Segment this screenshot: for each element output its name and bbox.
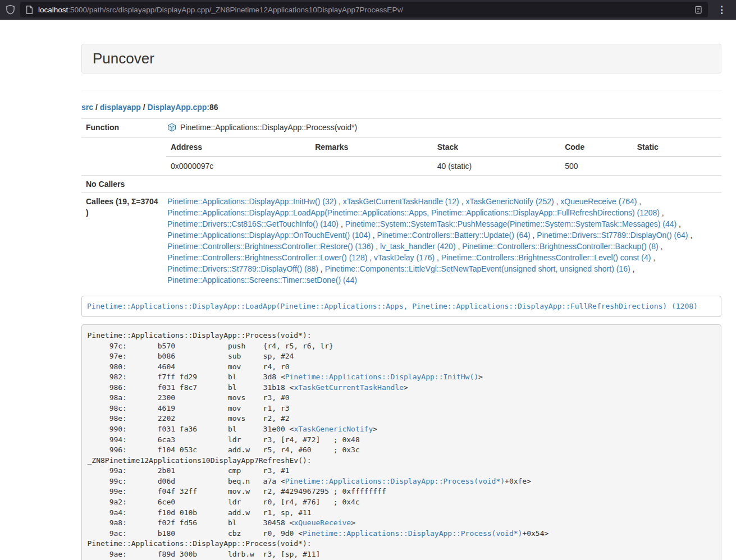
breadcrumb-src[interactable]: src: [81, 103, 93, 112]
metrics-cell: Address Remarks Stack Code Static 0x0000…: [163, 137, 721, 175]
callee-link[interactable]: Pinetime::Drivers::St7789::DisplayOn() (…: [537, 231, 688, 240]
callee-link[interactable]: vTaskDelay (176): [374, 253, 435, 262]
function-table: Function Pinetime::Applications::Display…: [81, 118, 721, 288]
text-segment: 9a8: f02f fd56 bl 30458 <: [88, 518, 294, 527]
remarks-value: [310, 157, 433, 175]
text-segment: Pinetime::Applications::DisplayApp::Proc…: [88, 539, 312, 548]
callees-list: Pinetime::Applications::DisplayApp::Init…: [163, 192, 721, 288]
text-segment: 98c: 4619 mov r1, r3: [88, 404, 290, 412]
text-segment: +0x54>: [522, 529, 548, 538]
text-segment: ,: [531, 231, 537, 240]
callee-link[interactable]: xTaskGetCurrentTaskHandle (12): [343, 197, 459, 206]
callee-link[interactable]: Pinetime::Controllers::BrightnessControl…: [462, 242, 658, 251]
text-segment: ,: [660, 208, 664, 217]
callee-link[interactable]: lv_task_handler (420): [380, 242, 456, 251]
page-info-icon[interactable]: [26, 6, 33, 14]
callee-link[interactable]: Pinetime::System::SystemTask::PushMessag…: [345, 219, 677, 228]
stack-value: 40 (static): [433, 157, 560, 175]
text-segment: 9a2: 6ce0 ldr r0, [r4, #76] ; 0x4c: [88, 498, 360, 506]
callee-link[interactable]: Pinetime::Components::LittleVgl::SetNewT…: [325, 264, 630, 273]
page-title-box: Puncover: [81, 44, 721, 74]
text-segment: ,: [339, 219, 345, 228]
callers-row: No Callers: [81, 175, 721, 192]
highlighted-symbol-link[interactable]: Pinetime::Applications::DisplayApp::Load…: [87, 302, 698, 310]
browser-toolbar: localhost:5000/path/src/displayapp/Displ…: [0, 0, 736, 20]
page-content: Puncover src / displayapp / DisplayApp.c…: [81, 20, 721, 560]
metrics-header-row: Address Remarks Stack Code Static: [166, 138, 721, 157]
asm-symbol-link[interactable]: xTaskGetCurrentTaskHandle: [294, 383, 404, 392]
callee-link[interactable]: xTaskGenericNotify (252): [465, 197, 554, 206]
text-segment: 996: f104 053c add.w r5, r4, #60 ; 0x3c: [88, 446, 360, 454]
highlighted-symbol-box: Pinetime::Applications::DisplayApp::Load…: [81, 296, 721, 318]
asm-symbol-link[interactable]: Pinetime::Applications::DisplayApp::Proc…: [285, 477, 505, 485]
text-segment: >: [478, 373, 483, 381]
text-segment: 99c: d06d beq.n a7a <: [88, 477, 285, 485]
text-segment: 994: 6ca3 ldr r3, [r4, #72] ; 0x48: [88, 435, 360, 444]
text-segment: 97e: b086 sub sp, #24: [88, 352, 294, 360]
text-segment: >: [351, 518, 355, 527]
url-bar[interactable]: localhost:5000/path/src/displayapp/Displ…: [20, 2, 708, 17]
callee-link[interactable]: xQueueReceive (764): [560, 197, 637, 206]
asm-symbol-link[interactable]: Pinetime::Applications::DisplayApp::Proc…: [303, 529, 522, 538]
text-segment: ,: [456, 242, 463, 251]
text-segment: ,: [659, 242, 663, 251]
callee-link[interactable]: Pinetime::Applications::Screens::Timer::…: [167, 276, 357, 284]
text-segment: 9ac: b180 cbz r0, 9d0 <: [88, 529, 303, 538]
text-segment: ,: [637, 197, 641, 206]
callee-link[interactable]: Pinetime::Drivers::Cst816S::GetTouchInfo…: [167, 219, 339, 228]
asm-symbol-link[interactable]: xQueueReceive: [294, 518, 351, 527]
text-segment: ,: [554, 197, 561, 206]
text-segment: 9a4: f10d 010b add.w r1, sp, #11: [88, 508, 312, 517]
text-segment: 980: 4604 mov r4, r0: [88, 362, 290, 371]
no-callers-label: No Callers: [81, 175, 163, 192]
text-segment: ,: [371, 231, 377, 240]
text-segment: ,: [459, 197, 466, 206]
text-segment: >: [404, 383, 408, 392]
reader-mode-icon[interactable]: [694, 6, 702, 14]
metrics-row-spacer: [81, 137, 163, 175]
col-remarks: Remarks: [310, 138, 433, 157]
callee-link[interactable]: Pinetime::Controllers::BrightnessControl…: [441, 253, 651, 262]
text-segment: 98e: 2202 movs r2, #2: [88, 414, 290, 423]
text-segment: 982: f7ff fd29 bl 3d8 <: [88, 373, 285, 381]
callee-link[interactable]: Pinetime::Applications::DisplayApp::Load…: [167, 208, 660, 217]
text-segment: 990: f031 fa36 bl 31e00 <: [88, 425, 294, 433]
text-segment: ,: [630, 264, 635, 273]
text-segment: ,: [367, 253, 374, 262]
text-segment: /: [93, 103, 100, 112]
text-segment: ,: [318, 264, 325, 273]
breadcrumb-file[interactable]: DisplayApp.cpp:: [148, 103, 209, 112]
callee-link[interactable]: Pinetime::Controllers::BrightnessControl…: [167, 253, 367, 262]
metrics-row: Address Remarks Stack Code Static 0x0000…: [81, 137, 721, 175]
shield-icon[interactable]: [6, 4, 15, 15]
breadcrumb-displayapp[interactable]: displayapp: [100, 103, 141, 112]
callee-link[interactable]: Pinetime::Drivers::St7789::DisplayOff() …: [167, 264, 318, 273]
function-label: Function: [81, 118, 163, 137]
text-segment: 99e: f04f 32ff mov.w r2, #4294967295 ; 0…: [88, 487, 386, 495]
callee-link[interactable]: Pinetime::Controllers::Battery::Update()…: [377, 231, 531, 240]
text-segment: ,: [688, 231, 693, 240]
static-value: [633, 157, 721, 175]
text-segment: /: [141, 103, 148, 112]
callee-link[interactable]: Pinetime::Applications::DisplayApp::OnTo…: [167, 231, 371, 240]
col-address: Address: [166, 138, 310, 157]
text-segment: ,: [676, 219, 681, 228]
callers-cell: [163, 175, 721, 192]
url-text: localhost:5000/path/src/displayapp/Displ…: [38, 6, 689, 14]
overflow-menu-icon[interactable]: ⋮: [713, 4, 730, 16]
function-name: Pinetime::Applications::DisplayApp::Proc…: [180, 123, 357, 132]
asm-symbol-link[interactable]: Pinetime::Applications::DisplayApp::Init…: [285, 373, 478, 381]
assembly-code: Pinetime::Applications::DisplayApp::Proc…: [81, 324, 721, 560]
metrics-table: Address Remarks Stack Code Static 0x0000…: [166, 138, 721, 175]
divider: [81, 90, 721, 90]
asm-symbol-link[interactable]: xTaskGenericNotify: [294, 425, 373, 433]
function-row: Function Pinetime::Applications::Display…: [81, 118, 721, 137]
callee-link[interactable]: Pinetime::Controllers::BrightnessControl…: [167, 242, 373, 251]
text-segment: 9ae: f89d 300b ldrb.w r3, [sp, #11]: [88, 550, 321, 558]
text-segment: 97c: b570 push {r4, r5, r6, lr}: [88, 342, 333, 350]
col-code: Code: [560, 138, 633, 157]
text-segment: ,: [435, 253, 441, 262]
callee-link[interactable]: Pinetime::Applications::DisplayApp::Init…: [167, 197, 336, 206]
text-segment: 986: f031 f8c7 bl 31b18 <: [88, 383, 294, 392]
address-value: 0x0000097c: [166, 157, 310, 175]
